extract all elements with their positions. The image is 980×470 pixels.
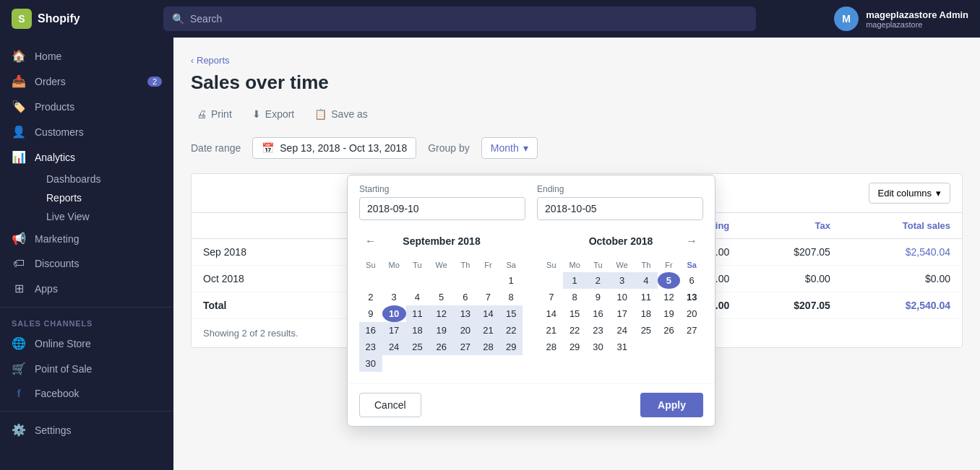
sidebar-item-analytics[interactable]: 📊 Analytics	[0, 144, 173, 170]
sidebar-item-customers[interactable]: 👤 Customers	[0, 119, 173, 144]
oct-day-25[interactable]: 25	[635, 322, 658, 339]
oct-day-14[interactable]: 14	[540, 305, 563, 322]
oct-day-31[interactable]: 31	[609, 339, 635, 355]
user-store: mageplazastore	[866, 20, 968, 29]
oct-day-20[interactable]: 20	[680, 305, 703, 322]
sep-day-27[interactable]: 27	[454, 339, 477, 355]
oct-day-8[interactable]: 8	[563, 289, 587, 305]
sep-day-15[interactable]: 15	[499, 305, 523, 322]
group-by-button[interactable]: Month ▾	[481, 137, 538, 159]
sep-day-6[interactable]: 6	[454, 289, 477, 305]
cancel-button[interactable]: Cancel	[359, 393, 421, 417]
apply-button[interactable]: Apply	[640, 393, 703, 417]
search-input[interactable]	[190, 13, 747, 25]
starting-date-input[interactable]	[359, 197, 525, 220]
sep-day-23[interactable]: 23	[359, 339, 382, 355]
sep-day-13[interactable]: 13	[454, 305, 477, 322]
sep-day-empty	[382, 272, 406, 289]
sep-day-4[interactable]: 4	[406, 289, 429, 305]
sep-day-26[interactable]: 26	[429, 339, 454, 355]
sep-day-25[interactable]: 25	[406, 339, 429, 355]
oct-day-27[interactable]: 27	[680, 322, 703, 339]
breadcrumb-link[interactable]: Reports	[197, 55, 230, 66]
oct-day-7[interactable]: 7	[540, 289, 563, 305]
sidebar-item-discounts[interactable]: 🏷 Discounts	[0, 251, 173, 276]
sep-day-16[interactable]: 16	[359, 322, 382, 339]
ending-date-input[interactable]	[537, 197, 703, 220]
sidebar-item-products[interactable]: 🏷️ Products	[0, 94, 173, 119]
sep-day-28[interactable]: 28	[477, 339, 500, 355]
oct-day-19[interactable]: 19	[658, 305, 681, 322]
sep-day-17[interactable]: 17	[382, 322, 406, 339]
oct-day-11[interactable]: 11	[635, 289, 658, 305]
sidebar-item-settings[interactable]: ⚙️ Settings	[0, 417, 173, 443]
oct-day-26[interactable]: 26	[658, 322, 681, 339]
sidebar-item-pos[interactable]: 🛒 Point of Sale	[0, 356, 173, 381]
oct-day-4[interactable]: 4	[635, 272, 658, 289]
sep-day-24[interactable]: 24	[382, 339, 406, 355]
user-area: M mageplazastore Admin mageplazastore	[834, 6, 968, 31]
sep-empty	[499, 355, 523, 372]
save-as-button[interactable]: 📋 Save as	[309, 105, 374, 123]
sep-day-2[interactable]: 2	[359, 289, 382, 305]
sep-day-8[interactable]: 8	[499, 289, 523, 305]
oct-day-23[interactable]: 23	[587, 322, 610, 339]
brand-logo[interactable]: S shopify	[12, 9, 163, 29]
sep-day-19[interactable]: 19	[429, 322, 454, 339]
sidebar-item-marketing[interactable]: 📢 Marketing	[0, 226, 173, 251]
sep-day-12[interactable]: 12	[429, 305, 454, 322]
sep-day-5[interactable]: 5	[429, 289, 454, 305]
search-bar[interactable]: 🔍	[163, 6, 756, 31]
sidebar-item-live-view[interactable]: Live View	[35, 207, 173, 226]
oct-day-30[interactable]: 30	[587, 339, 610, 355]
oct-day-13[interactable]: 13	[680, 289, 703, 305]
next-month-button[interactable]: →	[680, 232, 703, 251]
sep-day-20[interactable]: 20	[454, 322, 477, 339]
oct-day-24[interactable]: 24	[609, 322, 635, 339]
oct-day-9[interactable]: 9	[587, 289, 610, 305]
sidebar-item-apps[interactable]: ⊞ Apps	[0, 276, 173, 301]
sep-day-11[interactable]: 11	[406, 305, 429, 322]
sep-day-14[interactable]: 14	[477, 305, 500, 322]
sidebar-item-dashboards[interactable]: Dashboards	[35, 170, 173, 188]
export-button[interactable]: ⬇ Export	[246, 105, 300, 123]
sep-day-1[interactable]: 1	[499, 272, 523, 289]
oct-day-1[interactable]: 1	[563, 272, 587, 289]
oct-day-6[interactable]: 6	[680, 272, 703, 289]
oct-day-10[interactable]: 10	[609, 289, 635, 305]
row-total-sales: $0.00	[842, 266, 962, 292]
sep-day-22[interactable]: 22	[499, 322, 523, 339]
oct-day-16[interactable]: 16	[587, 305, 610, 322]
sidebar-item-reports[interactable]: Reports	[35, 188, 173, 207]
sep-day-9[interactable]: 9	[359, 305, 382, 322]
sep-day-21[interactable]: 21	[477, 322, 500, 339]
oct-day-15[interactable]: 15	[563, 305, 587, 322]
oct-day-28[interactable]: 28	[540, 339, 563, 355]
sidebar-item-orders[interactable]: 📥 Orders 2	[0, 69, 173, 94]
sidebar-item-home[interactable]: 🏠 Home	[0, 43, 173, 69]
breadcrumb[interactable]: ‹ Reports	[191, 55, 963, 66]
oct-day-22[interactable]: 22	[563, 322, 587, 339]
oct-day-12[interactable]: 12	[658, 289, 681, 305]
oct-day-3[interactable]: 3	[609, 272, 635, 289]
oct-day-18[interactable]: 18	[635, 305, 658, 322]
oct-day-21[interactable]: 21	[540, 322, 563, 339]
day-tu: Tu	[587, 258, 610, 272]
sidebar-item-facebook[interactable]: f Facebook	[0, 381, 173, 405]
sep-day-18[interactable]: 18	[406, 322, 429, 339]
user-name: mageplazastore Admin	[866, 9, 968, 20]
date-range-button[interactable]: 📅 Sep 13, 2018 - Oct 13, 2018	[252, 137, 416, 159]
oct-day-29[interactable]: 29	[563, 339, 587, 355]
sep-day-30[interactable]: 30	[359, 355, 382, 372]
sidebar-item-online-store[interactable]: 🌐 Online Store	[0, 331, 173, 356]
oct-day-17[interactable]: 17	[609, 305, 635, 322]
sep-day-3[interactable]: 3	[382, 289, 406, 305]
prev-month-button[interactable]: ←	[359, 232, 382, 251]
edit-columns-button[interactable]: Edit columns ▾	[869, 183, 950, 204]
oct-day-2[interactable]: 2	[587, 272, 610, 289]
sep-day-10[interactable]: 10	[382, 305, 406, 322]
oct-day-5[interactable]: 5	[658, 272, 681, 289]
sep-day-29[interactable]: 29	[499, 339, 523, 355]
print-button[interactable]: 🖨 Print	[191, 105, 238, 123]
sep-day-7[interactable]: 7	[477, 289, 500, 305]
